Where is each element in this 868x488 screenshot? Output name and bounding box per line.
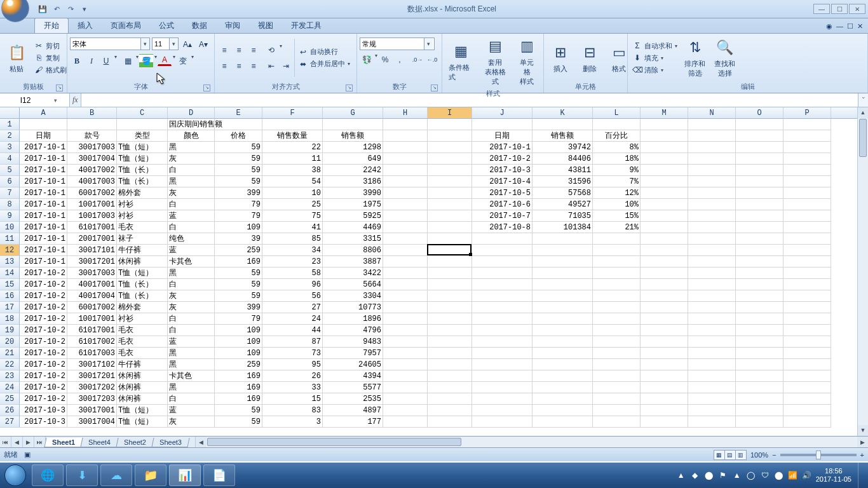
- cell[interactable]: [688, 370, 736, 382]
- cell[interactable]: 2017-10-2: [472, 153, 532, 165]
- row-header[interactable]: 11: [0, 233, 20, 245]
- cell[interactable]: 43811: [532, 165, 593, 176]
- row-header[interactable]: 3: [0, 142, 20, 153]
- col-header-E[interactable]: E: [215, 107, 262, 118]
- row-header[interactable]: 15: [0, 279, 20, 290]
- cell[interactable]: 2242: [323, 165, 383, 176]
- expand-formula-icon[interactable]: ⌄: [858, 93, 868, 107]
- cell[interactable]: [688, 302, 736, 313]
- cell[interactable]: [532, 313, 593, 325]
- cell[interactable]: [532, 393, 593, 405]
- cell[interactable]: 84406: [532, 153, 593, 165]
- cell[interactable]: [593, 405, 641, 416]
- cell[interactable]: 1298: [323, 142, 383, 153]
- cell[interactable]: [736, 405, 783, 416]
- cell[interactable]: 18%: [593, 153, 641, 165]
- cell[interactable]: [593, 119, 641, 130]
- taskbar-app-cloud[interactable]: ☁: [100, 464, 132, 486]
- cell[interactable]: [688, 187, 736, 199]
- cell[interactable]: [783, 279, 831, 290]
- col-header-F[interactable]: F: [262, 107, 323, 118]
- cell[interactable]: 10773: [323, 302, 383, 313]
- cell[interactable]: [641, 382, 688, 393]
- cell[interactable]: 10017001: [67, 313, 117, 325]
- cell[interactable]: 44: [262, 325, 323, 336]
- cell[interactable]: [736, 325, 783, 336]
- cell[interactable]: 60017002: [67, 187, 117, 199]
- cell[interactable]: [688, 222, 736, 233]
- cell[interactable]: 59: [215, 268, 262, 279]
- row-header[interactable]: 24: [0, 382, 20, 393]
- tab-data[interactable]: 数据: [183, 18, 216, 33]
- cell[interactable]: 79: [215, 313, 262, 325]
- cell[interactable]: [472, 290, 532, 302]
- cell[interactable]: [641, 210, 688, 222]
- cell[interactable]: [383, 165, 428, 176]
- cell[interactable]: [383, 279, 428, 290]
- font-size-combo[interactable]: ▾: [152, 37, 179, 50]
- align-bottom-button[interactable]: ≡: [247, 43, 261, 57]
- cell[interactable]: [262, 119, 323, 130]
- cell[interactable]: [532, 382, 593, 393]
- cell[interactable]: 2017-10-2: [20, 370, 67, 382]
- cell[interactable]: 399: [215, 187, 262, 199]
- minimize-ribbon-icon[interactable]: —: [836, 22, 843, 30]
- cell[interactable]: 3990: [323, 187, 383, 199]
- row-header[interactable]: 20: [0, 336, 20, 348]
- cell[interactable]: [428, 245, 472, 256]
- row-header[interactable]: 2: [0, 130, 20, 142]
- align-left-button[interactable]: ≡: [217, 59, 231, 73]
- cell[interactable]: 30017202: [67, 382, 117, 393]
- tray-icon[interactable]: ▲: [732, 470, 742, 480]
- cell[interactable]: [688, 336, 736, 348]
- cell[interactable]: [641, 313, 688, 325]
- cell[interactable]: [688, 165, 736, 176]
- cell[interactable]: 2017-10-7: [472, 210, 532, 222]
- cell[interactable]: 白: [168, 393, 215, 405]
- cell[interactable]: [783, 245, 831, 256]
- cell[interactable]: [593, 245, 641, 256]
- cell[interactable]: 20017001: [67, 233, 117, 245]
- decrease-decimal-button[interactable]: ←.0: [425, 53, 439, 67]
- cell[interactable]: [428, 153, 472, 165]
- page-layout-view-button[interactable]: ▤: [724, 450, 736, 460]
- cell[interactable]: [783, 393, 831, 405]
- cell[interactable]: [736, 268, 783, 279]
- sheet-tab[interactable]: Sheet4: [80, 438, 118, 447]
- cell[interactable]: 15: [262, 393, 323, 405]
- chevron-down-icon[interactable]: ▾: [140, 38, 149, 50]
- copy-button[interactable]: ⎘复制: [32, 52, 69, 64]
- col-header-I[interactable]: I: [428, 107, 472, 118]
- cell[interactable]: [736, 359, 783, 370]
- cell[interactable]: 2535: [323, 393, 383, 405]
- cell[interactable]: 黑: [168, 176, 215, 187]
- cell[interactable]: [383, 313, 428, 325]
- cell[interactable]: [783, 359, 831, 370]
- cell[interactable]: [736, 245, 783, 256]
- cell[interactable]: 10017003: [67, 210, 117, 222]
- cell[interactable]: [215, 119, 262, 130]
- cell[interactable]: 5925: [323, 210, 383, 222]
- find-select-button[interactable]: 🔍查找和 选择: [710, 36, 739, 79]
- fill-button[interactable]: ⬇填充▾: [630, 52, 679, 64]
- cell[interactable]: [783, 165, 831, 176]
- cell[interactable]: 蓝: [168, 336, 215, 348]
- cell[interactable]: [688, 313, 736, 325]
- cell[interactable]: [641, 256, 688, 268]
- cell[interactable]: [783, 176, 831, 187]
- cell[interactable]: [688, 268, 736, 279]
- cell[interactable]: [736, 256, 783, 268]
- cell[interactable]: [688, 119, 736, 130]
- cell[interactable]: 109: [215, 336, 262, 348]
- cell[interactable]: [641, 348, 688, 359]
- cell[interactable]: 61017003: [67, 348, 117, 359]
- redo-icon[interactable]: ↷: [65, 3, 76, 15]
- autosum-button[interactable]: Σ自动求和▾: [630, 40, 679, 51]
- sheet-next-icon[interactable]: ▶: [23, 437, 34, 447]
- cell[interactable]: 34: [262, 245, 323, 256]
- cut-button[interactable]: ✂剪切: [32, 40, 69, 51]
- cell[interactable]: [593, 233, 641, 245]
- cell[interactable]: [783, 290, 831, 302]
- cell[interactable]: [593, 382, 641, 393]
- cell[interactable]: [688, 393, 736, 405]
